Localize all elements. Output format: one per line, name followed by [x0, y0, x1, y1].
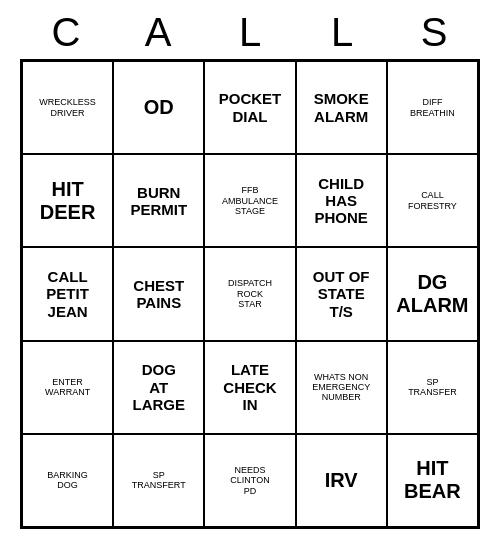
cell-text: NEEDS CLINTON PD	[230, 465, 269, 496]
cell-text: WHATS NON EMERGENCY NUMBER	[312, 372, 370, 403]
title-row: CALLS	[20, 10, 480, 55]
cell-text: ENTER WARRANT	[45, 377, 90, 398]
title-letter: L	[210, 10, 290, 55]
cell-text: DG ALARM	[396, 271, 468, 317]
cell-text: SMOKE ALARM	[314, 90, 369, 125]
title-letter: A	[118, 10, 198, 55]
cell-text: BURN PERMIT	[130, 184, 187, 219]
cell-text: CALL PETIT JEAN	[46, 268, 89, 320]
cell-text: OD	[144, 96, 174, 119]
cell-text: FFB AMBULANCE STAGE	[222, 185, 278, 216]
cell-text: WRECKLESS DRIVER	[39, 97, 96, 118]
cell-1-2: FFB AMBULANCE STAGE	[204, 154, 295, 247]
cell-text: SP TRANSFER	[408, 377, 457, 398]
bingo-grid: WRECKLESS DRIVERODPOCKET DIALSMOKE ALARM…	[20, 59, 480, 529]
cell-1-0: HIT DEER	[22, 154, 113, 247]
cell-text: DOG AT LARGE	[133, 361, 186, 413]
cell-text: CHEST PAINS	[133, 277, 184, 312]
cell-text: POCKET DIAL	[219, 90, 282, 125]
cell-3-1: DOG AT LARGE	[113, 341, 204, 434]
cell-4-2: NEEDS CLINTON PD	[204, 434, 295, 527]
cell-0-3: SMOKE ALARM	[296, 61, 387, 154]
cell-4-1: SP TRANSFERT	[113, 434, 204, 527]
cell-3-0: ENTER WARRANT	[22, 341, 113, 434]
cell-text: LATE CHECK IN	[223, 361, 276, 413]
cell-0-0: WRECKLESS DRIVER	[22, 61, 113, 154]
cell-text: HIT BEAR	[404, 457, 461, 503]
cell-text: BARKING DOG	[47, 470, 88, 491]
cell-text: CHILD HAS PHONE	[315, 175, 368, 227]
cell-text: OUT OF STATE T/S	[313, 268, 370, 320]
cell-2-1: CHEST PAINS	[113, 247, 204, 340]
cell-1-3: CHILD HAS PHONE	[296, 154, 387, 247]
cell-4-3: IRV	[296, 434, 387, 527]
cell-text: DIFF BREATHIN	[410, 97, 455, 118]
cell-text: CALL FORESTRY	[408, 190, 457, 211]
cell-text: IRV	[325, 469, 358, 492]
cell-3-3: WHATS NON EMERGENCY NUMBER	[296, 341, 387, 434]
cell-text: SP TRANSFERT	[132, 470, 186, 491]
title-letter: L	[302, 10, 382, 55]
cell-1-1: BURN PERMIT	[113, 154, 204, 247]
title-letter: S	[394, 10, 474, 55]
cell-2-2: DISPATCH ROCK STAR	[204, 247, 295, 340]
title-letter: C	[26, 10, 106, 55]
cell-text: DISPATCH ROCK STAR	[228, 278, 272, 309]
cell-4-4: HIT BEAR	[387, 434, 478, 527]
cell-2-0: CALL PETIT JEAN	[22, 247, 113, 340]
cell-4-0: BARKING DOG	[22, 434, 113, 527]
cell-0-1: OD	[113, 61, 204, 154]
cell-2-3: OUT OF STATE T/S	[296, 247, 387, 340]
cell-0-2: POCKET DIAL	[204, 61, 295, 154]
cell-3-4: SP TRANSFER	[387, 341, 478, 434]
cell-0-4: DIFF BREATHIN	[387, 61, 478, 154]
cell-text: HIT DEER	[40, 178, 96, 224]
cell-3-2: LATE CHECK IN	[204, 341, 295, 434]
cell-1-4: CALL FORESTRY	[387, 154, 478, 247]
cell-2-4: DG ALARM	[387, 247, 478, 340]
